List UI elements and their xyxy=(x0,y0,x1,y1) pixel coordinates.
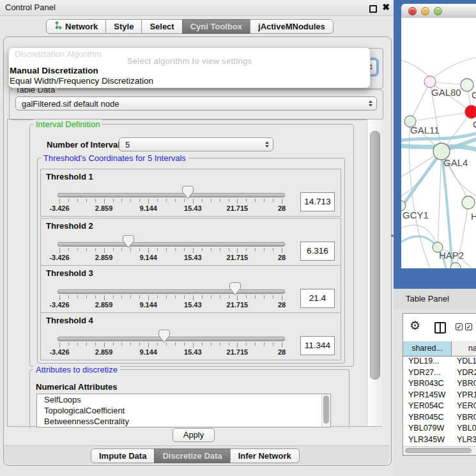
gear-icon[interactable]: ⚙ xyxy=(410,319,420,333)
float-window-icon[interactable] xyxy=(369,5,377,13)
slider-tick xyxy=(229,342,229,346)
combo-stepper-icon[interactable] xyxy=(369,100,372,107)
slider-tick xyxy=(255,248,256,251)
cell-shared-name[interactable]: YBR045C xyxy=(408,413,444,422)
cell-shared-name[interactable]: YDL19... xyxy=(408,357,440,365)
table-row[interactable]: YBR045CYBR0 xyxy=(403,412,476,424)
column-header-shared-name[interactable]: shared... xyxy=(403,341,452,356)
attribute-item-topologicalcoefficient[interactable]: TopologicalCoefficient xyxy=(37,405,330,416)
slider-thumb[interactable] xyxy=(229,282,241,296)
table-row[interactable]: YBL079WYBL0 xyxy=(403,423,476,434)
cell-shared-name[interactable]: YBL079W xyxy=(408,424,444,433)
table-horizontal-scrollbar[interactable] xyxy=(403,446,476,455)
network-edge[interactable] xyxy=(432,58,476,79)
cell-name[interactable]: YPR1 xyxy=(457,390,476,399)
threshold-value-field[interactable]: 6.316 xyxy=(300,242,335,261)
threshold-value-field[interactable]: 11.344 xyxy=(300,336,335,355)
tab-impute-data[interactable]: Impute Data xyxy=(91,449,155,463)
number-of-intervals-value: 5 xyxy=(125,138,130,152)
slider-tick xyxy=(86,199,87,202)
network-edge-highlighted[interactable] xyxy=(401,151,441,210)
network-node-label: HAP2 xyxy=(439,250,464,261)
column-header-name[interactable]: na xyxy=(452,341,476,356)
checkbox-icon[interactable]: ✓ xyxy=(465,323,472,330)
scrollbar-thumb[interactable] xyxy=(370,131,380,380)
algorithm-option-manual-discretization[interactable]: Manual Discretization xyxy=(10,66,98,75)
slider-tick xyxy=(77,342,78,346)
network-node[interactable] xyxy=(462,196,475,209)
network-node[interactable] xyxy=(465,105,476,118)
table-row[interactable]: YBR043CYBR0 xyxy=(403,378,476,390)
network-node[interactable] xyxy=(424,76,436,88)
algorithm-option-equal-width-frequency-discretization[interactable]: Equal Width/Frequency Discretization xyxy=(10,76,153,86)
number-of-intervals-combobox[interactable]: 5 xyxy=(119,137,273,151)
network-edge[interactable] xyxy=(438,151,441,247)
slider-tick xyxy=(113,342,114,346)
slider-thumb[interactable] xyxy=(158,330,170,343)
cell-name[interactable]: YBR0 xyxy=(457,413,476,422)
cell-shared-name[interactable]: YER054C xyxy=(408,401,444,410)
tab-infer-network[interactable]: Infer Network xyxy=(230,449,300,463)
apply-button[interactable]: Apply xyxy=(173,428,215,442)
table-row[interactable]: YDL19...YDL1 xyxy=(403,356,476,367)
cell-shared-name[interactable]: YDR27... xyxy=(408,368,441,377)
combo-stepper-icon[interactable] xyxy=(265,141,269,148)
cell-name[interactable]: YBL0 xyxy=(457,424,476,433)
table-row[interactable]: YER054CYER0 xyxy=(403,401,476,412)
slider-tick xyxy=(220,295,220,298)
attributes-list-scrollbar[interactable] xyxy=(321,394,330,427)
table-row[interactable]: YDR27...YDR2 xyxy=(403,367,476,379)
cell-name[interactable]: YBR0 xyxy=(457,379,476,388)
close-traffic-light-icon[interactable] xyxy=(408,7,417,15)
slider-thumb[interactable] xyxy=(182,186,194,199)
table-row[interactable]: YPR145WYPR1 xyxy=(403,390,476,401)
tab-cyni-toolbox[interactable]: Cyni Toolbox xyxy=(182,19,250,34)
threshold-value-field[interactable]: 14.713 xyxy=(300,192,335,211)
checkbox-icon[interactable]: ✓ xyxy=(456,323,463,330)
network-edge[interactable] xyxy=(409,121,430,268)
cell-name[interactable]: YDR2 xyxy=(457,368,476,377)
network-edge[interactable] xyxy=(410,112,472,121)
cell-shared-name[interactable]: YLR345W xyxy=(408,435,445,444)
scrollbar-thumb[interactable] xyxy=(405,448,472,453)
network-edge[interactable] xyxy=(410,82,430,121)
slider-track[interactable] xyxy=(58,337,285,341)
table-data-combobox[interactable]: galFiltered.sif default node xyxy=(15,96,377,111)
attribute-item-betweennesscentrality[interactable]: BetweennessCentrality xyxy=(37,416,330,427)
screen: Control Panel ✖ NetworkStyleSelectCyni T… xyxy=(0,0,476,476)
slider-thumb[interactable] xyxy=(123,235,134,249)
slider-tick xyxy=(113,199,114,202)
slider-track[interactable] xyxy=(58,242,285,247)
cell-shared-name[interactable]: YBR043C xyxy=(408,379,444,388)
attribute-item-selfloops[interactable]: SelfLoops xyxy=(37,394,330,405)
network-window-titlebar[interactable] xyxy=(401,4,476,19)
zoom-traffic-light-icon[interactable] xyxy=(434,7,442,15)
slider-track[interactable] xyxy=(58,193,285,197)
columns-icon[interactable] xyxy=(434,322,446,334)
minimize-traffic-light-icon[interactable] xyxy=(421,7,429,15)
tab-style[interactable]: Style xyxy=(105,19,142,34)
slider-tick xyxy=(148,342,149,348)
cell-name[interactable]: YLR3 xyxy=(457,435,476,444)
tab-label: jActiveMNodules xyxy=(258,21,325,32)
scrollbar-thumb[interactable] xyxy=(323,395,329,424)
cell-shared-name[interactable]: YPR145W xyxy=(408,390,445,399)
tab-select[interactable]: Select xyxy=(141,19,182,34)
table-row[interactable]: YLR345WYLR3 xyxy=(403,434,476,446)
tab-jactivemnodules[interactable]: jActiveMNodules xyxy=(250,19,334,34)
cell-name[interactable]: YER0 xyxy=(457,401,476,410)
cell-name[interactable]: YDL1 xyxy=(457,357,476,365)
settings-vertical-scrollbar[interactable] xyxy=(367,119,382,426)
threshold-value-field[interactable]: 21.4 xyxy=(300,289,335,308)
slider-tick xyxy=(104,248,105,253)
slider-track[interactable] xyxy=(58,289,285,294)
network-view-canvas[interactable]: GAL80GAL11GAL4GCY1HAP2GCH xyxy=(401,18,476,268)
slider-tick xyxy=(157,199,158,202)
slider-tick-label: 2.859 xyxy=(89,204,119,212)
slider-tick xyxy=(175,248,176,251)
slider-tick xyxy=(202,342,203,346)
tab-network[interactable]: Network xyxy=(46,19,106,34)
tab-discretize-data[interactable]: Discretize Data xyxy=(154,449,230,463)
close-icon[interactable]: ✖ xyxy=(382,2,390,12)
slider-tick xyxy=(95,342,96,346)
